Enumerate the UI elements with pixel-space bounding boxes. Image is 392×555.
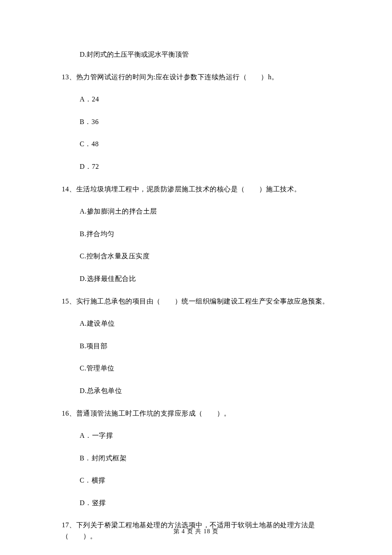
question-number: 13、 xyxy=(62,73,76,81)
question-body: 实行施工总承包的项目由（ ）统一组织编制建设工程生产安全事故应急预案。 xyxy=(76,298,329,305)
question-number: 16、 xyxy=(62,410,76,417)
question-body: 普通顶管法施工时工作坑的支撑应形成（ ）。 xyxy=(76,410,231,417)
option-b: B.项目部 xyxy=(62,341,330,352)
question-14: 14、生活垃圾填埋工程中，泥质防渗层施工技术的核心是（ ）施工技术。 A.掺加膨… xyxy=(62,184,330,284)
option-c: C．48 xyxy=(62,139,330,150)
option-c: C．横撑 xyxy=(62,475,330,486)
option-b: B．封闭式框架 xyxy=(62,453,330,464)
question-text: 15、实行施工总承包的项目由（ ）统一组织编制建设工程生产安全事故应急预案。 xyxy=(62,296,330,307)
option-d: D.总承包单位 xyxy=(62,385,330,396)
question-text: 16、普通顶管法施工时工作坑的支撑应形成（ ）。 xyxy=(62,408,330,419)
question-text: 13、热力管网试运行的时间为:应在设计参数下连续热运行（ ）h。 xyxy=(62,72,330,83)
question-body: 生活垃圾填埋工程中，泥质防渗层施工技术的核心是（ ）施工技术。 xyxy=(76,185,301,193)
question-number: 15、 xyxy=(62,298,76,305)
option-d: D．竖撑 xyxy=(62,497,330,509)
option-a: A.掺加膨润土的拌合土层 xyxy=(62,206,330,217)
page-footer: 第 4 页 共 18 页 xyxy=(0,527,392,536)
option-text: D.封闭式的土压平衡或泥水平衡顶管 xyxy=(80,51,189,58)
option-a: A.建设单位 xyxy=(62,318,330,329)
question-body: 热力管网试运行的时间为:应在设计参数下连续热运行（ ）h。 xyxy=(76,73,279,81)
option-d: D．72 xyxy=(62,161,330,172)
option-a: A．24 xyxy=(62,94,330,105)
question-15: 15、实行施工总承包的项目由（ ）统一组织编制建设工程生产安全事故应急预案。 A… xyxy=(62,296,330,396)
question-13: 13、热力管网试运行的时间为:应在设计参数下连续热运行（ ）h。 A．24 B．… xyxy=(62,72,330,172)
option-a: A．一字撑 xyxy=(62,430,330,441)
page-number: 第 4 页 共 18 页 xyxy=(173,528,219,535)
question-16: 16、普通顶管法施工时工作坑的支撑应形成（ ）。 A．一字撑 B．封闭式框架 C… xyxy=(62,408,330,509)
option-d: D.选择最佳配合比 xyxy=(62,273,330,284)
option-c: C.控制含水量及压实度 xyxy=(62,251,330,262)
question-text: 14、生活垃圾填埋工程中，泥质防渗层施工技术的核心是（ ）施工技术。 xyxy=(62,184,330,195)
orphan-option-d: D.封闭式的土压平衡或泥水平衡顶管 xyxy=(62,49,330,60)
option-c: C.管理单位 xyxy=(62,363,330,374)
option-a: A．换土垫层 xyxy=(62,553,330,555)
question-number: 14、 xyxy=(62,185,76,193)
page-content: D.封闭式的土压平衡或泥水平衡顶管 13、热力管网试运行的时间为:应在设计参数下… xyxy=(0,0,392,555)
option-b: B．36 xyxy=(62,116,330,127)
question-17: 17、下列关于桥梁工程地基处理的方法选项中，不适用于软弱土地基的处理方法是（ ）… xyxy=(62,520,330,555)
option-b: B.拌合均匀 xyxy=(62,228,330,240)
